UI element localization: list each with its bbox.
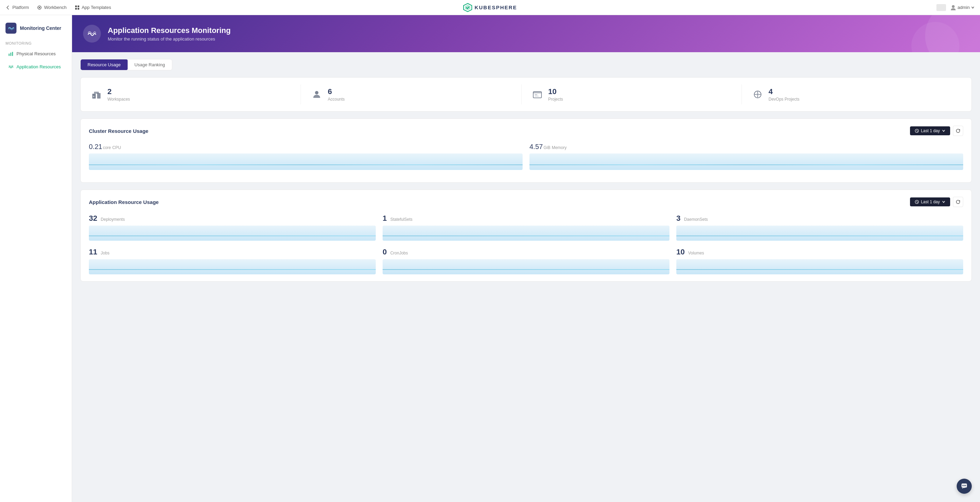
cpu-metric: 0.21coreCPU [89,143,523,170]
kubesphere-logo-icon [463,3,473,12]
cpu-value-display: 0.21coreCPU [89,143,523,151]
refresh-icon [956,128,961,133]
volumes-chart [676,259,963,274]
svg-rect-15 [93,96,94,97]
cluster-refresh-button[interactable] [953,126,963,136]
app-time-dropdown[interactable]: Last 1 day [910,198,950,206]
sidebar-section-monitoring: Monitoring [0,38,72,47]
daemonsets-chart-line [676,236,963,236]
svg-point-22 [757,93,759,96]
stat-projects: 10 Projects [521,84,741,104]
accounts-label: Accounts [328,97,345,102]
sidebar-item-physical-resources[interactable]: Physical Resources [3,48,69,60]
user-avatar-icon [950,5,956,11]
jobs-count: 11 [89,247,97,256]
volumes-value: 10 Volumes [676,247,963,257]
daemonsets-metric: 3 DaemonSets [676,214,963,241]
app-resource-usage-card: Application Resource Usage Last 1 day [80,190,972,282]
platform-label: Platform [12,5,29,10]
stat-workspaces-text: 2 Workspaces [107,87,130,102]
sidebar-title: Monitoring Center [20,25,61,31]
admin-menu[interactable]: admin [950,5,975,11]
svg-point-16 [315,91,318,94]
app-dropdown-label: Last 1 day [921,199,940,204]
app-templates-label: App Templates [82,5,111,10]
stat-workspaces: 2 Workspaces [90,84,301,104]
cpu-type: CPU [112,145,121,150]
workspaces-count: 2 [107,87,130,96]
workspaces-label: Workspaces [107,97,130,102]
cronjobs-count: 0 [383,247,387,256]
chat-icon [961,483,968,490]
app-refresh-button[interactable] [953,197,963,207]
svg-rect-3 [78,5,79,7]
accounts-icon [310,88,323,100]
hero-subtitle: Monitor the running status of the applic… [108,37,231,41]
memory-value-display: 4.57GiBMemory [530,143,963,151]
svg-rect-20 [535,96,539,97]
statefulsets-count: 1 [383,214,387,223]
deployments-value: 32 Deployments [89,214,376,223]
svg-rect-11 [12,52,13,56]
cronjobs-value: 0 CronJobs [383,247,670,257]
svg-rect-5 [78,8,79,10]
workbench-nav-item[interactable]: Workbench [37,5,67,10]
tab-usage-ranking[interactable]: Usage Ranking [128,59,172,70]
sidebar-item-label-physical: Physical Resources [16,51,56,56]
sidebar-item-application-resources[interactable]: Application Resources [3,61,69,73]
memory-number: 4.57 [530,143,543,150]
devops-label: DevOps Projects [768,97,800,102]
devops-icon [751,88,764,100]
cronjobs-chart [383,259,670,274]
cluster-controls: Last 1 day [910,126,963,136]
cpu-chart [89,153,523,170]
cpu-unit: core [103,145,111,150]
hero-text: Application Resources Monitoring Monitor… [108,26,231,41]
accounts-count: 6 [328,87,345,96]
main-layout: Monitoring Center Monitoring Physical Re… [0,15,980,502]
deployments-metric: 32 Deployments [89,214,376,241]
svg-point-1 [39,7,40,8]
jobs-metric: 11 Jobs [89,247,376,274]
volumes-count: 10 [676,247,684,256]
app-resource-grid: 32 Deployments 1 StatefulSets [89,214,963,274]
dropdown-chevron-icon [942,129,945,132]
app-controls: Last 1 day [910,197,963,207]
daemonsets-count: 3 [676,214,681,223]
memory-chart [530,153,963,170]
jobs-chart-line [89,269,376,270]
svg-rect-9 [9,54,10,56]
chat-button[interactable] [957,479,972,494]
cpu-chart-line [89,164,523,165]
svg-rect-18 [533,92,541,93]
cronjobs-metric: 0 CronJobs [383,247,670,274]
refresh-icon-2 [956,199,961,204]
cluster-section-title: Cluster Resource Usage [89,128,148,134]
sidebar: Monitoring Center Monitoring Physical Re… [0,15,72,502]
clock-icon [915,129,919,133]
workbench-icon [37,5,42,10]
deployments-chart-line [89,236,376,236]
notifications-btn[interactable] [936,4,946,11]
svg-rect-19 [535,94,537,95]
svg-rect-10 [10,53,11,56]
projects-label: Projects [548,97,563,102]
app-section-title: Application Resource Usage [89,199,159,205]
deployments-chart [89,226,376,241]
hero-banner: Application Resources Monitoring Monitor… [72,15,980,52]
memory-type: Memory [552,145,566,150]
statefulsets-chart [383,226,670,241]
app-templates-nav-item[interactable]: App Templates [75,5,111,10]
content-area: Resource Usage Usage Ranking [72,52,980,295]
devops-count: 4 [768,87,800,96]
daemonsets-value: 3 DaemonSets [676,214,963,223]
tab-resource-usage[interactable]: Resource Usage [81,59,128,70]
deployments-count: 32 [89,214,97,223]
cluster-time-dropdown[interactable]: Last 1 day [910,126,950,135]
volumes-label: Volumes [688,251,704,255]
hero-icon [83,25,101,43]
platform-nav-item[interactable]: Platform [5,5,29,10]
statefulsets-label: StatefulSets [390,217,412,222]
arrow-left-icon [5,5,10,10]
stat-devops-text: 4 DevOps Projects [768,87,800,102]
